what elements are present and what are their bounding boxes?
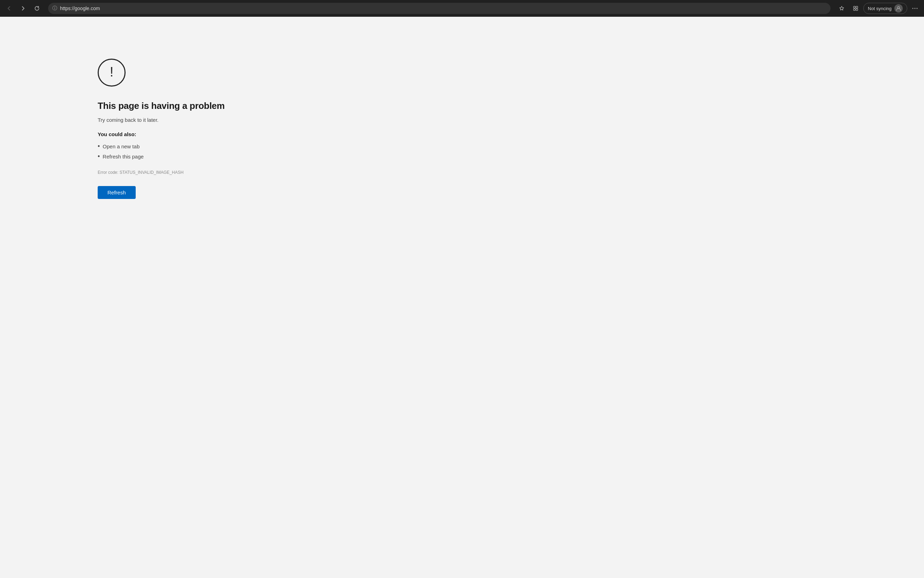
error-code: Error code: STATUS_INVALID_IMAGE_HASH <box>98 170 225 175</box>
nav-buttons <box>3 2 43 15</box>
svg-rect-2 <box>854 9 855 10</box>
suggestion-text-1: Open a new tab <box>102 143 139 149</box>
suggestion-item-1: Open a new tab <box>98 141 225 151</box>
back-button[interactable] <box>3 2 15 15</box>
error-title: This page is having a problem <box>98 101 225 111</box>
suggestion-item-2: Refresh this page <box>98 151 225 162</box>
error-container: ! This page is having a problem Try comi… <box>98 58 225 199</box>
page-content: ! This page is having a problem Try comi… <box>0 17 924 578</box>
address-bar[interactable]: ⓘ https://google.com <box>48 3 830 14</box>
menu-button[interactable] <box>909 2 921 15</box>
svg-point-6 <box>914 8 916 9</box>
svg-point-5 <box>913 8 914 9</box>
svg-rect-1 <box>856 6 858 8</box>
suggestion-text-2: Refresh this page <box>102 154 144 159</box>
exclamation-icon: ! <box>110 65 114 78</box>
info-icon: ⓘ <box>52 5 57 11</box>
sync-button[interactable]: Not syncing <box>863 3 907 14</box>
sync-label: Not syncing <box>868 6 892 11</box>
svg-rect-3 <box>856 9 858 10</box>
suggestions-title: You could also: <box>98 131 225 137</box>
error-circle: ! <box>98 58 126 86</box>
svg-rect-0 <box>854 6 855 8</box>
forward-button[interactable] <box>17 2 29 15</box>
url-display: https://google.com <box>60 6 826 11</box>
error-subtitle: Try coming back to it later. <box>98 117 225 123</box>
reload-button[interactable] <box>31 2 43 15</box>
refresh-button[interactable]: Refresh <box>98 186 136 199</box>
avatar <box>894 4 903 13</box>
svg-point-7 <box>917 8 918 9</box>
favorites-button[interactable] <box>835 2 848 15</box>
collections-button[interactable] <box>850 2 862 15</box>
toolbar-right: Not syncing <box>835 2 921 15</box>
browser-toolbar: ⓘ https://google.com Not syncing <box>0 0 924 17</box>
error-icon-wrapper: ! <box>98 58 225 86</box>
suggestions-list: Open a new tab Refresh this page <box>98 141 225 162</box>
